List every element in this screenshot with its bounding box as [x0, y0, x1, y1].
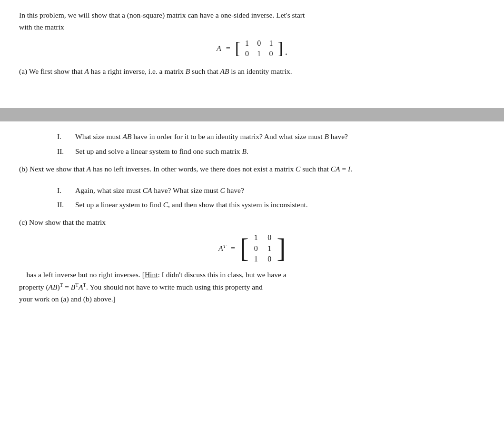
- hint-label: Hint: [145, 271, 158, 279]
- list-text-b-2: Set up a linear system to find C, and th…: [75, 199, 308, 211]
- at-equals: =: [231, 244, 235, 253]
- part-c-intro: (c) Now show that the matrix: [19, 217, 485, 229]
- matrix-at-display: AT = [ 1 0 0 1 1 0 ]: [19, 232, 485, 264]
- list-item-b-1: I. Again, what size must CA have? What s…: [57, 185, 485, 197]
- part-c-body: has a left inverse but no right inverses…: [19, 269, 485, 305]
- equals-sign: =: [226, 44, 230, 53]
- matrix-at-grid: 1 0 0 1 1 0: [251, 232, 275, 264]
- at-left-bracket: [: [240, 237, 249, 260]
- page-content: In this problem, we will show that a (no…: [0, 0, 504, 99]
- matrix-a-equation: A = [ 1 0 1 0 1 0 ] .: [217, 38, 287, 60]
- list-num-2: II.: [57, 146, 70, 158]
- list-item-a-1: I. What size must AB have in order for i…: [57, 131, 485, 143]
- list-num-b-2: II.: [57, 199, 70, 211]
- list-num-1: I.: [57, 131, 70, 143]
- divider-bar: [0, 108, 504, 121]
- lower-section: I. What size must AB have in order for i…: [0, 131, 504, 305]
- intro-line1: In this problem, we will show that a (no…: [19, 11, 305, 19]
- list-item-a-2: II. Set up and solve a linear system to …: [57, 146, 485, 158]
- part-b-text: (b) Next we show that A has no left inve…: [19, 163, 485, 175]
- matrix-a-label: A: [217, 44, 221, 53]
- part-a-text: (a) We first show that A has a right inv…: [19, 66, 485, 78]
- part-a-prefix: (a) We first show that A has a right inv…: [19, 67, 292, 75]
- at-right-bracket: ]: [277, 237, 286, 260]
- list-text-a-2: Set up and solve a linear system to find…: [75, 146, 248, 158]
- period: .: [285, 46, 287, 57]
- list-text-a-1: What size must AB have in order for it t…: [75, 131, 348, 143]
- matrix-at-equation: AT = [ 1 0 0 1 1 0 ]: [218, 232, 286, 264]
- list-item-b-2: II. Set up a linear system to find C, an…: [57, 199, 485, 211]
- part-a-list: I. What size must AB have in order for i…: [57, 131, 485, 158]
- matrix-a-grid: 1 0 1 0 1 0: [243, 38, 276, 60]
- matrix-at-label: AT: [218, 243, 226, 253]
- left-bracket: [: [235, 40, 241, 57]
- intro-paragraph: In this problem, we will show that a (no…: [19, 10, 485, 33]
- right-bracket: ]: [277, 40, 283, 57]
- matrix-a-display: A = [ 1 0 1 0 1 0 ] .: [19, 38, 485, 60]
- list-text-b-1: Again, what size must CA have? What size…: [75, 185, 244, 197]
- part-b-list: I. Again, what size must CA have? What s…: [57, 185, 485, 211]
- intro-line2: with the matrix: [19, 23, 64, 31]
- list-num-b-1: I.: [57, 185, 70, 197]
